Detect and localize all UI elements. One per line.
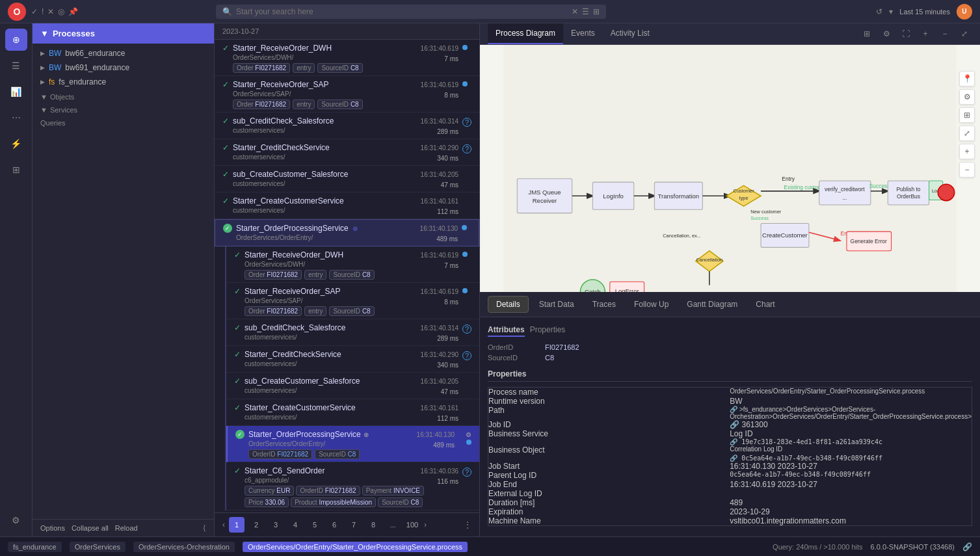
crumb-orderentry[interactable]: OrderServices/OrderEntry/Starter_OrderPr… xyxy=(243,542,468,552)
tab-follow-up[interactable]: Follow Up xyxy=(626,297,676,312)
top-bar: O ✓ ! ✕ ◎ 📌 🔍 ✕ ☰ ⊞ ↺ ▾ Last 15 minutes … xyxy=(0,0,980,23)
list-item[interactable]: ✓ Starter_C6_SendOrder 16:31:40.036 c6_a… xyxy=(226,462,479,510)
item-path: OrderServices/DWH/ xyxy=(245,261,305,268)
zoom-minus-icon[interactable]: − xyxy=(959,162,975,178)
panel-collapse-icon[interactable]: ⟨ xyxy=(203,523,206,533)
list-item-selected[interactable]: ✓ Starter_OrderProcessingService ⊕ 16:31… xyxy=(226,426,479,462)
page-btn-5[interactable]: 5 xyxy=(307,517,323,533)
map-icon[interactable]: ⊞ xyxy=(859,26,875,42)
list-pagination: ‹ 1 2 3 4 5 6 7 8 ... 100 › ⋮ xyxy=(215,512,479,536)
status-indicator xyxy=(466,440,471,445)
nav-settings[interactable]: ⚙ xyxy=(5,509,27,531)
subtab-attributes[interactable]: Attributes xyxy=(488,325,525,337)
check-icon[interactable]: ✓ xyxy=(31,7,38,16)
tab-gantt-diagram[interactable]: Gantt Diagram xyxy=(679,297,745,312)
collapse-all-btn[interactable]: Collapse all xyxy=(72,524,109,532)
page-btn-3[interactable]: 3 xyxy=(268,517,284,533)
tree-header-icon: ▼ xyxy=(40,29,49,38)
crumb-orchestration[interactable]: OrderServices-Orchestration xyxy=(133,542,235,552)
nav-chart[interactable]: 📊 xyxy=(5,81,27,103)
detail-content: Attributes Properties OrderID FI0271682 … xyxy=(480,317,980,536)
tab-activity-list[interactable]: Activity List xyxy=(603,23,657,44)
page-btn-4[interactable]: 4 xyxy=(287,517,303,533)
crumb-fs-endurance[interactable]: fs_endurance xyxy=(8,542,62,552)
list-item[interactable]: ✓ sub_CreateCustomer_Salesforce 16:31:40… xyxy=(226,373,479,399)
page-btn-8[interactable]: 8 xyxy=(365,517,381,533)
fullscreen-icon[interactable]: ⛶ xyxy=(898,26,914,42)
prop-val: Correlation Log ID xyxy=(730,445,972,455)
item-time: 16:31:40.161 xyxy=(421,198,458,205)
nav-flow[interactable]: ⋯ xyxy=(5,107,27,129)
status-checkmark: ✓ xyxy=(234,377,241,386)
zoom-out-icon[interactable]: − xyxy=(937,26,953,42)
tab-details[interactable]: Details xyxy=(488,296,529,313)
subtab-properties[interactable]: Properties xyxy=(530,325,566,337)
list-item[interactable]: ✓ Starter_ReceiveOrder_SAP 16:31:40.619 … xyxy=(226,283,479,319)
fit-icon[interactable]: ⤢ xyxy=(957,26,972,42)
nav-processes[interactable]: ⊕ xyxy=(5,29,27,51)
settings-icon[interactable]: ⚙ xyxy=(879,26,894,42)
dropdown-icon[interactable]: ▾ xyxy=(889,7,893,16)
list-item[interactable]: ✓ Starter_CreditCheckService 16:31:40.29… xyxy=(215,139,479,166)
tree-item-fs[interactable]: ▶ fs fs_endurance xyxy=(33,75,214,89)
settings-icon[interactable]: ⚙ xyxy=(466,431,471,438)
nav-grid[interactable]: ⊞ xyxy=(5,159,27,181)
page-prev-btn[interactable]: ‹ xyxy=(222,520,225,529)
list-item-expanded-parent[interactable]: ✓ Starter_OrderProcessingService ⊕ 16:31… xyxy=(215,219,479,246)
list-item[interactable]: ✓ Starter_CreditCheckService 16:31:40.29… xyxy=(226,346,479,373)
tab-events[interactable]: Events xyxy=(563,23,603,44)
tree-section-queries[interactable]: Queries xyxy=(33,115,214,128)
list-item[interactable]: ✓ Starter_ReceiveOrder_SAP 16:31:40.619 … xyxy=(215,76,479,113)
page-btn-1[interactable]: 1 xyxy=(229,517,245,533)
tree-section-objects[interactable]: ▼ Objects xyxy=(33,89,214,102)
tree-footer: Options Collapse all Reload ⟨ xyxy=(33,519,214,536)
refresh-icon[interactable]: ↺ xyxy=(876,7,882,16)
zoom-full-icon[interactable]: ⤢ xyxy=(959,126,975,141)
options-btn[interactable]: Options xyxy=(40,524,65,532)
grid-view-icon[interactable]: ⊞ xyxy=(593,7,600,16)
page-btn-7[interactable]: 7 xyxy=(346,517,362,533)
item-path: customerservices/ xyxy=(245,360,297,367)
item-tag: Product ImpossibleMission xyxy=(291,497,376,507)
page-next-btn[interactable]: › xyxy=(424,520,427,529)
zoom-plus-icon[interactable]: + xyxy=(959,144,975,159)
tab-chart[interactable]: Chart xyxy=(748,297,782,312)
status-link-icon[interactable]: 🔗 xyxy=(962,542,972,551)
tab-start-data[interactable]: Start Data xyxy=(531,297,582,312)
item-path: OrderServices/SAP/ xyxy=(245,297,302,304)
zoom-fit-icon[interactable]: ⊞ xyxy=(959,107,975,123)
nav-list[interactable]: ☰ xyxy=(5,55,27,77)
search-input[interactable] xyxy=(236,7,568,16)
circle-icon[interactable]: ◎ xyxy=(58,7,64,16)
list-view-icon[interactable]: ☰ xyxy=(582,7,589,16)
pin-icon[interactable]: 📌 xyxy=(68,7,78,16)
list-item[interactable]: ✓ sub_CreditCheck_Salesforce 16:31:40.31… xyxy=(215,113,479,139)
tree-section-services[interactable]: ▼ Services xyxy=(33,102,214,115)
page-options-icon[interactable]: ⋮ xyxy=(464,520,471,529)
page-btn-100[interactable]: 100 xyxy=(404,517,420,533)
tree-item-bw691[interactable]: ▶ BW bw691_endurance xyxy=(33,60,214,75)
crumb-orderservices[interactable]: OrderServices xyxy=(70,542,126,552)
tab-process-diagram[interactable]: Process Diagram xyxy=(488,23,563,44)
alert-icon[interactable]: ! xyxy=(42,7,44,16)
list-item[interactable]: ✓ Starter_CreateCustomerService 16:31:40… xyxy=(215,192,479,219)
item-duration: 8 ms xyxy=(444,298,458,306)
zoom-in-icon[interactable]: + xyxy=(918,26,933,42)
tree-item-bw66[interactable]: ▶ BW bw66_endurance xyxy=(33,46,214,60)
item-time: 16:31:40.619 xyxy=(421,288,458,295)
settings-small-icon[interactable]: ⚙ xyxy=(959,89,975,105)
list-item[interactable]: ✓ sub_CreditCheck_Salesforce 16:31:40.31… xyxy=(226,319,479,346)
avatar[interactable]: U xyxy=(957,4,972,20)
list-item[interactable]: ✓ Starter_CreateCustomerService 16:31:40… xyxy=(226,399,479,426)
list-item[interactable]: ✓ Starter_ReceiveOrder_DWH 16:31:40.619 … xyxy=(215,40,479,76)
tab-traces[interactable]: Traces xyxy=(585,297,624,312)
close-icon[interactable]: ✕ xyxy=(47,7,54,16)
search-clear-icon[interactable]: ✕ xyxy=(572,7,578,16)
list-item[interactable]: ✓ sub_CreateCustomer_Salesforce 16:31:40… xyxy=(215,166,479,192)
page-btn-2[interactable]: 2 xyxy=(248,517,264,533)
list-item[interactable]: ✓ Starter_ReceiveOrder_DWH 16:31:40.619 … xyxy=(226,246,479,283)
location-icon[interactable]: 📍 xyxy=(959,71,975,86)
nav-lightning[interactable]: ⚡ xyxy=(5,133,27,155)
page-btn-6[interactable]: 6 xyxy=(326,517,342,533)
reload-btn[interactable]: Reload xyxy=(115,524,138,532)
